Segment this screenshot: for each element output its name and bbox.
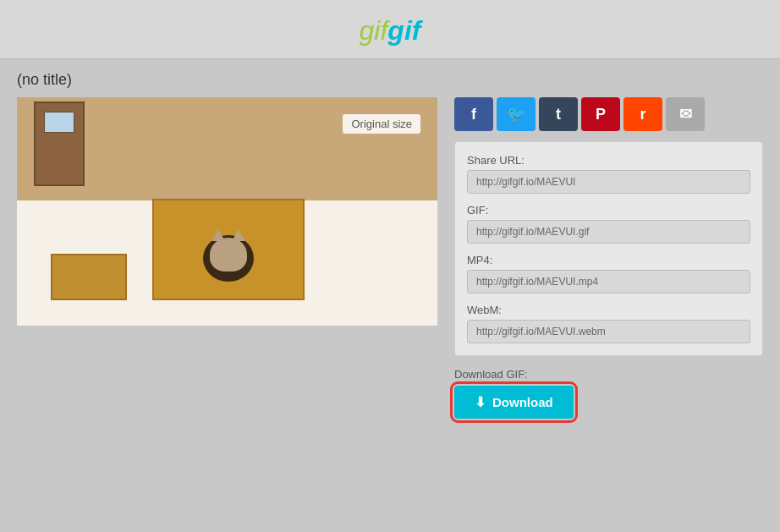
share-url-field: Share URL: [467,154,750,194]
main-box [152,199,305,300]
gif-image-area: Original size [17,97,437,326]
share-panel: Share URL: GIF: MP4: WebM: [454,141,763,356]
share-mp4-input[interactable] [467,270,750,293]
share-mp4-field: MP4: [467,254,750,293]
cat-ear-left [211,229,225,241]
page-title: (no title) [0,59,780,97]
pinterest-button[interactable]: P [581,97,620,131]
logo-part1: gif [360,15,388,46]
door-window [44,112,74,133]
right-panel: f 🐦 t P r ✉ Share URL: [454,97,763,419]
tumblr-button[interactable]: t [539,97,578,131]
cat-head [210,238,247,271]
share-url-input[interactable] [467,170,750,194]
logo: gifgif [0,15,780,47]
reddit-icon: r [640,106,645,123]
share-webm-field: WebM: [467,304,750,343]
email-icon: ✉ [679,105,692,123]
email-button[interactable]: ✉ [666,97,705,131]
share-gif-label: GIF: [467,204,750,217]
share-webm-input[interactable] [467,320,750,343]
social-buttons: f 🐦 t P r ✉ [454,97,763,131]
share-mp4-label: MP4: [467,254,750,266]
small-box [51,254,127,300]
download-icon: ⬇ [475,394,486,410]
logo-part2: gif [387,15,420,46]
original-size-badge: Original size [343,114,420,134]
download-gif-label: Download GIF: [454,368,763,381]
download-section: Download GIF: ⬇ Download [454,368,763,419]
twitter-icon: 🐦 [507,105,525,123]
download-button[interactable]: ⬇ Download [454,386,574,419]
cat-ear-right [232,229,245,241]
share-gif-field: GIF: [467,204,750,244]
scene-door [34,101,85,186]
tumblr-icon: t [556,106,561,123]
share-gif-input[interactable] [467,220,750,244]
reddit-button[interactable]: r [623,97,662,131]
header: gifgif [0,0,780,59]
share-url-label: Share URL: [467,154,750,167]
pinterest-icon: P [596,106,606,123]
download-button-label: Download [492,395,553,409]
facebook-button[interactable]: f [454,97,493,131]
twitter-button[interactable]: 🐦 [497,97,536,131]
facebook-icon: f [471,106,476,123]
share-webm-label: WebM: [467,304,750,316]
main-content: Original size f 🐦 t P r ✉ [0,97,780,436]
